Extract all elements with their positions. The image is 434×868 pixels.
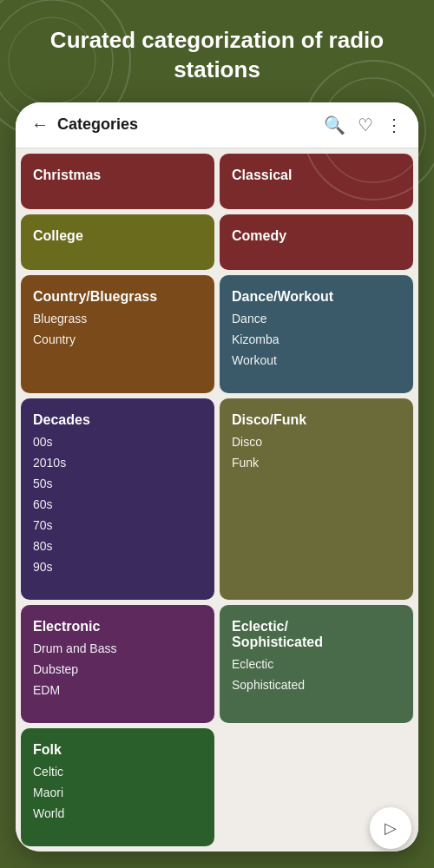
fab-icon: ▷ bbox=[385, 819, 397, 838]
sub-maori: Maori bbox=[33, 786, 202, 799]
cat-title-folk: Folk bbox=[33, 742, 202, 758]
category-eclectic[interactable]: Eclectic/Sophisticated Eclectic Sophisti… bbox=[220, 605, 413, 723]
sub-dance: Dance bbox=[232, 312, 401, 326]
sub-50s: 50s bbox=[33, 477, 202, 490]
sub-workout: Workout bbox=[232, 353, 401, 367]
more-icon[interactable]: ⋮ bbox=[385, 115, 403, 135]
category-dance-workout[interactable]: Dance/Workout Dance Kizomba Workout bbox=[220, 275, 413, 393]
cat-title-christmas: Christmas bbox=[33, 168, 202, 183]
sub-70s: 70s bbox=[33, 518, 202, 532]
back-button[interactable]: ← bbox=[31, 115, 49, 135]
cat-title-country: Country/Bluegrass bbox=[33, 289, 202, 305]
favorite-icon[interactable]: ♡ bbox=[358, 115, 373, 135]
cat-title-college: College bbox=[33, 228, 202, 244]
sub-dubstep: Dubstep bbox=[33, 662, 202, 676]
category-christmas[interactable]: Christmas bbox=[21, 154, 214, 209]
sub-60s: 60s bbox=[33, 497, 202, 511]
sub-kizomba: Kizomba bbox=[232, 332, 401, 346]
sub-world: World bbox=[33, 806, 202, 820]
sub-80s: 80s bbox=[33, 539, 202, 553]
sub-sophisticated: Sophisticated bbox=[232, 678, 401, 692]
sub-country: Country bbox=[33, 332, 202, 346]
cat-title-decades: Decades bbox=[33, 412, 202, 428]
cat-title-disco: Disco/Funk bbox=[232, 412, 401, 428]
categories-grid: Christmas Classical College Comedy Count… bbox=[16, 148, 418, 852]
fab-button[interactable]: ▷ bbox=[370, 807, 411, 849]
sub-eclectic: Eclectic bbox=[232, 657, 401, 671]
category-classical[interactable]: Classical bbox=[220, 154, 413, 209]
app-header: ← Categories 🔍 ♡ ⋮ bbox=[16, 102, 418, 148]
sub-00s: 00s bbox=[33, 435, 202, 449]
header-left: ← Categories bbox=[31, 115, 138, 135]
sub-bluegrass: Bluegrass bbox=[33, 312, 202, 326]
cat-title-eclectic: Eclectic/Sophisticated bbox=[232, 619, 401, 650]
sub-drum-bass: Drum and Bass bbox=[33, 641, 202, 655]
phone-frame: ← Categories 🔍 ♡ ⋮ Christmas Classical C… bbox=[16, 102, 418, 852]
search-icon[interactable]: 🔍 bbox=[324, 115, 345, 135]
cat-title-comedy: Comedy bbox=[232, 228, 401, 244]
sub-edm: EDM bbox=[33, 683, 202, 697]
cat-title-electronic: Electronic bbox=[33, 619, 202, 635]
sub-disco: Disco bbox=[232, 435, 401, 449]
cat-title-classical: Classical bbox=[232, 168, 401, 183]
category-folk[interactable]: Folk Celtic Maori World bbox=[21, 728, 214, 846]
cat-title-dance: Dance/Workout bbox=[232, 289, 401, 305]
sub-2010s: 2010s bbox=[33, 456, 202, 470]
category-electronic[interactable]: Electronic Drum and Bass Dubstep EDM bbox=[21, 605, 214, 723]
category-decades[interactable]: Decades 00s 2010s 50s 60s 70s 80s 90s bbox=[21, 398, 214, 600]
category-college[interactable]: College bbox=[21, 214, 214, 270]
sub-90s: 90s bbox=[33, 560, 202, 574]
sub-celtic: Celtic bbox=[33, 765, 202, 779]
sub-funk: Funk bbox=[232, 456, 401, 470]
category-comedy[interactable]: Comedy bbox=[220, 214, 413, 270]
category-disco-funk[interactable]: Disco/Funk Disco Funk bbox=[220, 398, 413, 600]
header-icons: 🔍 ♡ ⋮ bbox=[324, 115, 403, 135]
header-title: Categories bbox=[57, 115, 138, 134]
page-heading: Curated categorization of radio stations bbox=[0, 0, 434, 102]
category-country-bluegrass[interactable]: Country/Bluegrass Bluegrass Country bbox=[21, 275, 214, 393]
